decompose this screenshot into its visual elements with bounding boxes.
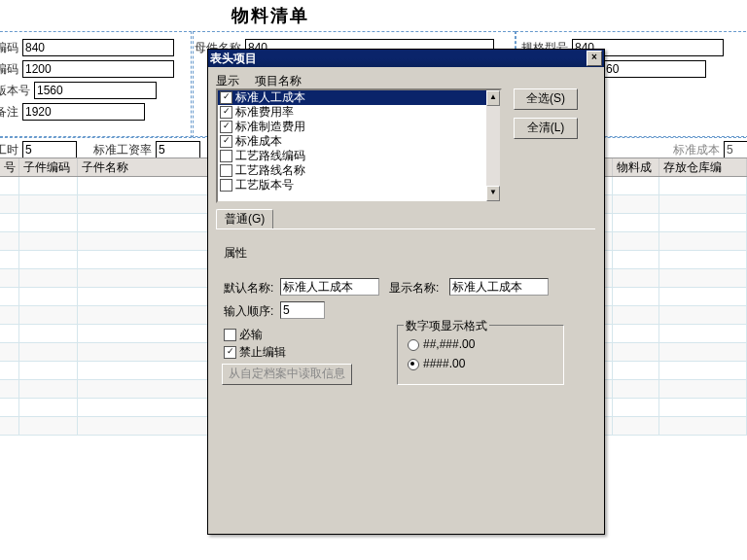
input-code1[interactable] [22, 39, 174, 56]
field-version: 版本号 [0, 82, 157, 99]
radio-fmt2[interactable]: ####.00 [408, 357, 465, 370]
radio-fmt1[interactable]: ##,###.00 [408, 337, 475, 351]
input-code2[interactable] [22, 60, 174, 78]
dialog-title: 表头项目 [210, 51, 587, 67]
read-custom-button[interactable]: 从自定档案中读取信息 [222, 364, 352, 385]
list-item[interactable]: ✓标准费用率 [218, 105, 500, 120]
input-default-name[interactable] [280, 278, 379, 296]
col-show: 显示 [216, 73, 255, 89]
input-remark[interactable] [22, 103, 145, 121]
select-all-button[interactable]: 全选(S) [514, 88, 578, 110]
field-partial [603, 60, 706, 78]
checkbox[interactable] [220, 164, 232, 177]
tab-general[interactable]: 普通(G) [216, 209, 273, 228]
checkbox[interactable]: ✓ [220, 91, 232, 104]
input-version[interactable] [34, 82, 157, 99]
input-partial[interactable] [603, 60, 706, 78]
field-stdcost: 标准成本 [673, 141, 747, 158]
checkbox[interactable]: ✓ [220, 135, 232, 148]
dialog-titlebar[interactable]: 表头项目 × [208, 50, 604, 67]
input-hours[interactable] [22, 141, 77, 158]
close-icon[interactable]: × [587, 51, 602, 66]
lbl-display-name: 显示名称: [389, 280, 439, 297]
field-code2: 编码 [0, 60, 174, 78]
col-name: 项目名称 [255, 73, 302, 89]
input-display-name[interactable] [449, 278, 549, 296]
scroll-up-icon[interactable]: ▲ [486, 90, 500, 106]
list-item[interactable]: 工艺版本号 [218, 178, 500, 192]
page-title: 物料清单 [231, 4, 309, 27]
scrollbar[interactable]: ▲ ▼ [486, 90, 500, 201]
group-numfmt: 数字项显示格式 ##,###.00 ####.00 [397, 325, 564, 385]
lbl-order: 输入顺序: [224, 303, 273, 320]
field-wage: 标准工资率 [93, 141, 200, 158]
scroll-down-icon[interactable]: ▼ [486, 186, 500, 201]
list-item[interactable]: ✓标准制造费用 [218, 120, 500, 134]
input-order[interactable] [280, 301, 325, 319]
clear-all-button[interactable]: 全清(L) [514, 118, 578, 139]
checkbox[interactable]: ✓ [220, 121, 232, 133]
lbl-default-name: 默认名称: [224, 280, 273, 297]
list-item[interactable]: ✓标准成本 [218, 134, 500, 149]
checkbox[interactable]: ✓ [220, 106, 232, 119]
header-items-dialog: 表头项目 × 显示 项目名称 ✓标准人工成本✓标准费用率✓标准制造费用✓标准成本… [207, 49, 605, 535]
field-remark: 备注 [0, 103, 145, 121]
field-code1: 编码 [0, 39, 174, 56]
items-listbox[interactable]: ✓标准人工成本✓标准费用率✓标准制造费用✓标准成本工艺路线编码工艺路线名称工艺版… [216, 88, 502, 203]
field-hours: 工时 [0, 141, 77, 158]
checkbox[interactable] [220, 179, 232, 192]
input-stdcost[interactable] [724, 141, 747, 158]
chk-noedit[interactable]: ✓禁止编辑 [224, 344, 286, 361]
list-item[interactable]: ✓标准人工成本 [218, 90, 500, 105]
section-attr: 属性 [224, 245, 247, 262]
input-wage[interactable] [156, 141, 200, 158]
chk-required[interactable]: 必输 [224, 327, 263, 343]
list-item[interactable]: 工艺路线编码 [218, 149, 500, 163]
tab-row: 普通(G) [216, 209, 595, 229]
list-item[interactable]: 工艺路线名称 [218, 163, 500, 178]
checkbox[interactable] [220, 150, 232, 162]
